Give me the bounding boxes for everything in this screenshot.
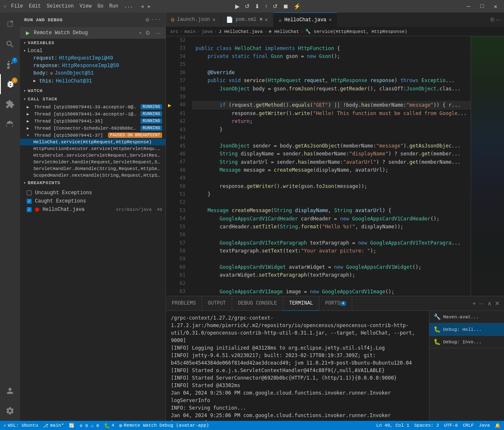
- thread-item-1[interactable]: ▶ Thread [qtp1500079441-34-acceptor-1@66…: [20, 110, 165, 118]
- close-btn[interactable]: ✕: [491, 3, 501, 10]
- line-code-63[interactable]: GoogleAppsCardV1Image image = new Google…: [192, 288, 471, 296]
- status-remote[interactable]: ⚡ WSL: Ubuntu: [3, 423, 38, 428]
- line-code-47[interactable]: String avatarUrl = sender.has(memberName…: [192, 158, 471, 166]
- line-code-53[interactable]: Message createMessage(String displayName…: [192, 207, 471, 215]
- local-group-header[interactable]: ▾ Local: [20, 47, 165, 55]
- activity-settings[interactable]: [0, 401, 20, 421]
- stack-frame-3[interactable]: ServletHolder.handle(Request,ServletRequ…: [20, 159, 165, 165]
- line-code-60[interactable]: GoogleAppsCardV1Widget avatarWidget = ne…: [192, 263, 471, 271]
- status-spaces[interactable]: Spaces: 2: [414, 423, 439, 428]
- bp-uncaught-checkbox[interactable]: [27, 190, 32, 195]
- maximize-btn[interactable]: □: [477, 3, 487, 10]
- menu-edit[interactable]: Edit: [29, 3, 41, 9]
- sidebar-more-btn[interactable]: ···: [151, 16, 161, 23]
- nav-back[interactable]: ◀: [140, 3, 143, 10]
- line-code-45[interactable]: JsonObject sender = body.getAsJsonObject…: [192, 142, 471, 150]
- stack-frame-4[interactable]: ServletHandler.doHandle(String,Request,H…: [20, 165, 165, 172]
- status-errors[interactable]: ⊘ 0 ⚠ 0: [80, 423, 99, 428]
- line-code-49[interactable]: [192, 174, 471, 182]
- panel-maximize-btn[interactable]: ∧: [486, 299, 492, 308]
- status-language[interactable]: Java: [479, 423, 490, 428]
- line-code-41[interactable]: response.getWriter().write("Hello! This …: [192, 110, 471, 118]
- bp-hellochat[interactable]: ✓ HelloChat.java src/main/java 40: [20, 205, 165, 214]
- line-code-58[interactable]: textParagraph.setText(text:"Your avatar …: [192, 247, 471, 255]
- step-into-btn[interactable]: ⬇: [253, 2, 261, 10]
- activity-debug[interactable]: 1: [0, 74, 20, 94]
- menu-view[interactable]: View: [80, 3, 92, 9]
- bp-uncaught[interactable]: Uncaught Exceptions: [20, 189, 165, 197]
- line-code-56[interactable]: [192, 231, 471, 239]
- line-code-39[interactable]: [192, 93, 471, 101]
- thread-item-2[interactable]: ▶ Thread [qtp1500079441-35] RUNNING: [20, 118, 165, 125]
- status-debug[interactable]: 🐛 4: [104, 423, 115, 428]
- breadcrumb-src[interactable]: src: [170, 29, 178, 34]
- line-code-38[interactable]: JsonObject body = gson.fromJson(request.…: [192, 85, 471, 93]
- hot-reload-btn[interactable]: ⚡: [292, 2, 302, 10]
- bp-hellochat-checkbox[interactable]: ✓: [27, 207, 32, 212]
- line-code-54[interactable]: GoogleAppsCardV1CardHeader cardHeader = …: [192, 215, 471, 222]
- panel-tab-ports[interactable]: PORTS 4: [319, 296, 352, 310]
- line-code-59[interactable]: [192, 255, 471, 263]
- line-code-55[interactable]: cardHeader.setTitle(String.format("Hello…: [192, 223, 471, 231]
- panel-add-btn[interactable]: +: [471, 299, 476, 308]
- stack-frame-5[interactable]: ScopedHandler.nextHandle(String,Request,…: [20, 172, 165, 179]
- line-code-46[interactable]: String displayName = sender.has(memberNa…: [192, 150, 471, 158]
- status-eol[interactable]: CRLF: [463, 423, 474, 428]
- tab-pom-xml-close[interactable]: ✕: [265, 17, 268, 23]
- status-encoding[interactable]: UTF-8: [444, 423, 458, 428]
- var-this[interactable]: ▶ this: HelloChat@31: [20, 78, 165, 85]
- bp-caught-checkbox[interactable]: ✓: [27, 199, 32, 204]
- line-code-42[interactable]: return;: [192, 118, 471, 125]
- right-panel-debug1[interactable]: 🐛 Debug: Hell...: [429, 323, 504, 336]
- panel-tab-output[interactable]: OUTPUT: [202, 296, 232, 310]
- thread-item-4[interactable]: ▾ Thread [qtp1500079441-37] PAUSED ON BR…: [20, 132, 165, 139]
- activity-test[interactable]: [0, 114, 20, 134]
- right-panel-maven[interactable]: 🔧 Maven-avat...: [429, 311, 504, 323]
- menu-file[interactable]: File: [11, 3, 23, 9]
- status-position[interactable]: Ln 40, Col 1: [376, 423, 409, 428]
- line-code-33[interactable]: public class HelloChat implements HttpFu…: [192, 44, 471, 52]
- tab-pom-xml[interactable]: 📄 pom.xml M ✕: [221, 12, 273, 27]
- panel-more-btn[interactable]: ···: [478, 299, 485, 308]
- terminal-content[interactable]: /grpc-context/1.27.2/grpc-context-1.27.2…: [166, 311, 429, 421]
- status-remote-debug[interactable]: ⊞ Remote Watch Debug (avatar-app): [119, 423, 209, 428]
- variables-section-header[interactable]: ▾ VARIABLES: [20, 39, 165, 47]
- line-code-32[interactable]: [192, 36, 471, 44]
- line-code-50[interactable]: response.getWriter().write(gson.toJson(m…: [192, 182, 471, 190]
- activity-account[interactable]: [0, 381, 20, 401]
- status-sync[interactable]: 🔄: [69, 423, 75, 428]
- tab-hellochat-java[interactable]: ☕ HelloChat.java ✕: [273, 12, 338, 27]
- menu-go[interactable]: Go: [98, 3, 103, 9]
- line-code-48[interactable]: Message message = createMessage(displayN…: [192, 166, 471, 174]
- thread-item-3[interactable]: ▶ Thread [Connector-Scheduler-6920b0bc-1…: [20, 125, 165, 132]
- status-branch[interactable]: ⎇ main*: [43, 423, 64, 428]
- var-request[interactable]: request: HttpRequestImpl@49: [20, 55, 165, 62]
- bp-caught[interactable]: ✓ Caught Exceptions: [20, 197, 165, 205]
- debug-more-btn[interactable]: ···: [154, 29, 162, 37]
- var-response[interactable]: response: HttpResponseImpl@50: [20, 62, 165, 70]
- panel-tab-debug-console[interactable]: DEBUG CONSOLE: [232, 296, 283, 310]
- activity-search[interactable]: [0, 34, 20, 54]
- tab-more-btn[interactable]: ···: [496, 16, 501, 23]
- line-code-36[interactable]: @Override: [192, 69, 471, 77]
- step-over-btn[interactable]: ↺: [243, 2, 251, 10]
- minimize-btn[interactable]: —: [464, 3, 474, 10]
- line-code-51[interactable]: }: [192, 190, 471, 198]
- panel-tab-terminal[interactable]: TERMINAL: [283, 296, 319, 311]
- line-code-44[interactable]: [192, 134, 471, 142]
- line-code-57[interactable]: GoogleAppsCardV1TextParagraph textParagr…: [192, 239, 471, 247]
- stop-btn[interactable]: ⏹: [281, 2, 290, 10]
- line-code-35[interactable]: [192, 60, 471, 68]
- nav-forward[interactable]: ▶: [148, 3, 151, 10]
- code-editor[interactable]: 3233public class HelloChat implements Ht…: [166, 36, 471, 296]
- breadcrumb-file[interactable]: J HelloChat.java: [218, 29, 263, 34]
- debug-settings-btn[interactable]: ⚙: [143, 29, 152, 37]
- stack-frame-1[interactable]: HttpFunctionExecutor.service(HttpServlet…: [20, 145, 165, 152]
- sidebar-settings-btn[interactable]: ⚙: [145, 16, 149, 23]
- callstack-section-header[interactable]: ▾ CALL STACK: [20, 95, 165, 103]
- right-panel-debug2[interactable]: 🐛 Debug: Invo...: [429, 336, 504, 348]
- continue-btn[interactable]: ▶: [233, 2, 241, 10]
- activity-source-control[interactable]: 7: [0, 54, 20, 74]
- debug-start-btn[interactable]: ▶: [23, 29, 32, 37]
- breadcrumb-class[interactable]: ⊕ HelloChat: [269, 29, 299, 34]
